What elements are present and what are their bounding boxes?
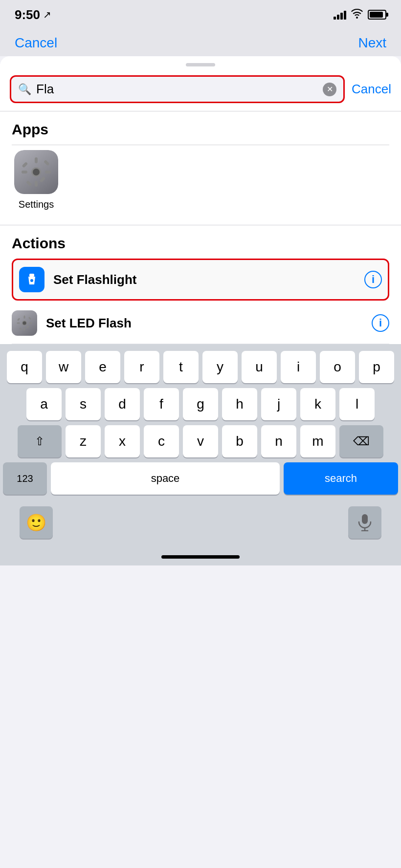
- battery-icon: [368, 10, 386, 20]
- key-x[interactable]: x: [105, 425, 140, 457]
- top-cancel-button[interactable]: Cancel: [15, 35, 57, 51]
- mic-key[interactable]: [348, 506, 381, 539]
- svg-rect-7: [40, 176, 46, 183]
- app-settings-label: Settings: [19, 199, 54, 210]
- key-y[interactable]: y: [202, 351, 238, 383]
- action-set-led-flash[interactable]: Set LED Flash i: [12, 303, 389, 344]
- key-r[interactable]: r: [124, 351, 159, 383]
- key-s[interactable]: s: [66, 388, 101, 420]
- flashlight-icon-bg: [19, 267, 45, 292]
- set-led-flash-label: Set LED Flash: [46, 316, 363, 331]
- search-key[interactable]: search: [284, 462, 398, 495]
- set-flashlight-label: Set Flashlight: [53, 272, 356, 287]
- keyboard: q w e r t y u i o p a s d f g h j k l ⇧ …: [0, 344, 401, 502]
- shift-key[interactable]: ⇧: [18, 425, 62, 457]
- top-bar: Cancel Next: [0, 29, 401, 56]
- key-b[interactable]: b: [222, 425, 257, 457]
- app-settings[interactable]: Settings: [12, 150, 61, 210]
- search-clear-button[interactable]: ✕: [323, 83, 336, 96]
- search-area: 🔍 ✕ Cancel: [0, 69, 401, 111]
- key-l[interactable]: l: [339, 388, 375, 420]
- home-indicator: [0, 552, 401, 565]
- keyboard-row-4: 123 space search: [3, 462, 398, 495]
- svg-rect-3: [35, 181, 38, 187]
- wifi-icon: [351, 9, 363, 21]
- set-flashlight-info-button[interactable]: i: [364, 271, 382, 288]
- svg-point-12: [30, 279, 33, 282]
- key-w[interactable]: w: [46, 351, 81, 383]
- key-e[interactable]: e: [85, 351, 120, 383]
- home-bar: [161, 555, 240, 559]
- svg-rect-16: [23, 327, 25, 330]
- numbers-key[interactable]: 123: [3, 462, 47, 495]
- svg-rect-9: [44, 160, 50, 166]
- location-icon: ↗: [43, 9, 51, 21]
- search-input[interactable]: [36, 82, 318, 97]
- key-m[interactable]: m: [300, 425, 335, 457]
- status-bar: 9:50 ↗: [0, 0, 401, 29]
- status-icons: [334, 9, 386, 21]
- space-key[interactable]: space: [51, 462, 280, 495]
- key-q[interactable]: q: [7, 351, 42, 383]
- svg-rect-18: [29, 322, 32, 324]
- key-o[interactable]: o: [320, 351, 355, 383]
- actions-section-title: Actions: [12, 235, 389, 252]
- svg-rect-15: [23, 316, 25, 319]
- svg-rect-23: [362, 514, 368, 524]
- svg-rect-5: [45, 171, 51, 174]
- key-d[interactable]: d: [105, 388, 140, 420]
- apps-section: Apps: [0, 111, 401, 225]
- apps-section-title: Apps: [12, 121, 389, 138]
- mic-icon: [357, 514, 372, 531]
- apps-grid: Settings: [12, 145, 389, 220]
- svg-rect-2: [35, 157, 38, 163]
- svg-point-14: [22, 321, 26, 325]
- search-magnify-icon: 🔍: [18, 83, 31, 96]
- key-n[interactable]: n: [261, 425, 296, 457]
- keyboard-row-2: a s d f g h j k l: [3, 388, 398, 420]
- app-settings-icon: [14, 150, 58, 194]
- key-i[interactable]: i: [281, 351, 316, 383]
- svg-rect-19: [17, 318, 21, 321]
- flashlight-icon: [25, 273, 39, 286]
- key-f[interactable]: f: [144, 388, 179, 420]
- led-flash-icon-bg: [12, 310, 37, 336]
- key-k[interactable]: k: [300, 388, 335, 420]
- svg-rect-22: [28, 317, 32, 320]
- svg-rect-4: [22, 171, 27, 174]
- key-c[interactable]: c: [144, 425, 179, 457]
- actions-section: Actions Set Flashlight i: [0, 225, 401, 344]
- sheet-handle: [186, 63, 215, 66]
- keyboard-row-1: q w e r t y u i o p: [3, 351, 398, 383]
- svg-rect-6: [22, 162, 28, 168]
- top-next-button[interactable]: Next: [358, 35, 386, 51]
- status-time: 9:50: [15, 7, 40, 22]
- key-a[interactable]: a: [26, 388, 62, 420]
- bottom-bar: 🙂: [0, 502, 401, 552]
- search-cancel-button[interactable]: Cancel: [352, 82, 391, 97]
- svg-rect-10: [29, 274, 34, 277]
- key-h[interactable]: h: [222, 388, 257, 420]
- keyboard-row-3: ⇧ z x c v b n m ⌫: [3, 425, 398, 457]
- search-bar-container: 🔍 ✕: [10, 75, 345, 103]
- action-set-flashlight[interactable]: Set Flashlight i: [12, 259, 389, 301]
- set-led-flash-info-button[interactable]: i: [372, 314, 389, 332]
- key-g[interactable]: g: [183, 388, 218, 420]
- key-j[interactable]: j: [261, 388, 296, 420]
- key-u[interactable]: u: [242, 351, 277, 383]
- signal-bars-icon: [334, 10, 346, 20]
- svg-rect-17: [17, 322, 20, 324]
- svg-point-1: [33, 169, 40, 175]
- svg-rect-20: [26, 326, 29, 329]
- svg-rect-8: [26, 180, 32, 187]
- key-t[interactable]: t: [163, 351, 199, 383]
- emoji-key[interactable]: 🙂: [20, 506, 53, 539]
- key-v[interactable]: v: [183, 425, 218, 457]
- sheet-handle-area: [0, 56, 401, 69]
- svg-rect-21: [19, 327, 22, 331]
- key-p[interactable]: p: [359, 351, 394, 383]
- delete-key[interactable]: ⌫: [339, 425, 383, 457]
- led-flash-settings-icon: [16, 314, 33, 332]
- key-z[interactable]: z: [66, 425, 101, 457]
